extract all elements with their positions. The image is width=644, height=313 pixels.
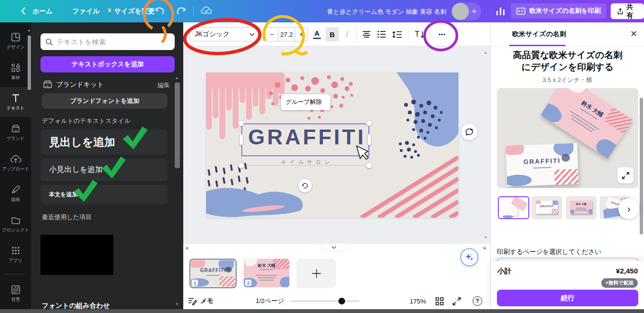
bullet-list-icon: [377, 31, 386, 38]
expand-preview-button[interactable]: [617, 167, 634, 183]
resize-menu[interactable]: サイズを変更: [114, 7, 155, 16]
page2-name: 鈴木 大輔: [244, 263, 289, 269]
toolbar-divider: [430, 29, 430, 40]
print-panel-heading: 高品質な欧米サイズの名刺 にデザインを印刷する: [497, 49, 638, 73]
selection-handle-sw[interactable]: [238, 162, 244, 169]
sidebar-item-elements[interactable]: 素材: [0, 57, 31, 86]
font-family-select[interactable]: JKゴシック: [189, 27, 260, 41]
scroll-down-icon[interactable]: ▼: [484, 236, 487, 240]
add-page-button[interactable]: [297, 259, 336, 288]
share-button[interactable]: 共有: [611, 3, 644, 19]
sidebar-item-design[interactable]: デザイン: [0, 26, 31, 56]
search-icon: [45, 38, 53, 46]
list-button[interactable]: [375, 27, 388, 41]
scroll-left-icon[interactable]: ◀: [185, 246, 188, 250]
page1-number: 1: [192, 280, 198, 286]
page-thumbnail-2[interactable]: 鈴木 大輔 2: [244, 259, 289, 287]
fullscreen-button[interactable]: [453, 293, 461, 309]
add-heading-card[interactable]: 見出しを追加: [40, 130, 168, 155]
font-size-increase[interactable]: +: [295, 28, 307, 41]
grid-view-button[interactable]: [436, 293, 444, 309]
more-options-button[interactable]: •••: [434, 27, 450, 41]
selection-handle-left[interactable]: [239, 134, 243, 145]
recent-item[interactable]: [40, 235, 113, 275]
brand-kit-icon: co.: [42, 80, 53, 89]
sidebar-item-uploads[interactable]: アップロード: [0, 148, 31, 178]
window-bottom-edge: [0, 309, 644, 313]
zoom-slider[interactable]: [290, 301, 359, 302]
canvas-area[interactable]: GRAFFITI ネイルサロン グループ解除 ▲ ▼: [183, 46, 490, 244]
bold-button[interactable]: B: [326, 27, 339, 41]
add-textbox-button[interactable]: テキストボックスを追加: [40, 56, 175, 72]
file-menu[interactable]: ファイル: [72, 7, 99, 16]
avatar[interactable]: [452, 3, 469, 20]
zoom-slider-knob[interactable]: [338, 298, 345, 304]
next-thumbnails-button[interactable]: ›: [618, 198, 639, 219]
avatar-group: +: [452, 2, 481, 20]
continue-button[interactable]: 続行: [497, 290, 638, 306]
ungroup-button[interactable]: グループ解除: [286, 98, 322, 106]
sidebar-item-brand[interactable]: co ブランド: [0, 118, 31, 147]
insights-icon[interactable]: [495, 7, 506, 16]
add-brand-font-button[interactable]: ブランドフォントを追加: [42, 93, 168, 109]
status-divider: [285, 296, 285, 306]
notes-button[interactable]: メモ: [188, 293, 214, 309]
brand-kit-label[interactable]: ブランドキット: [56, 81, 104, 89]
sidebar-item-projects[interactable]: プロジェクト: [0, 209, 31, 239]
print-panel: 欧米サイズの名刺 ✕ 高品質な欧米サイズの名刺 にデザインを印刷する 3.5 x…: [490, 22, 644, 309]
redo-icon[interactable]: [176, 6, 187, 16]
context-toolbar: グループ解除: [281, 94, 330, 110]
rotate-handle[interactable]: [298, 179, 312, 192]
text-color-button[interactable]: A: [311, 27, 323, 41]
search-input[interactable]: [57, 38, 161, 46]
product-thumbnail-3[interactable]: 鈴木 大輔: [566, 196, 596, 219]
italic-button[interactable]: I: [341, 27, 353, 41]
comment-button[interactable]: [461, 124, 477, 140]
selection-handle-nw[interactable]: [238, 120, 244, 126]
font-size-decrease[interactable]: −: [266, 28, 278, 41]
close-icon[interactable]: ✕: [630, 29, 637, 39]
product-thumbnail-1-selected[interactable]: [498, 196, 529, 219]
scroll-up-icon[interactable]: ▲: [484, 51, 487, 55]
undo-icon[interactable]: [154, 6, 165, 16]
design-title[interactable]: 青と赤とクリーム色 モダン 抽象 美容 名刺: [327, 8, 446, 16]
alignment-button[interactable]: [360, 27, 373, 41]
mock-card-front: GRAFFITI: [506, 143, 579, 186]
magic-assistant-button[interactable]: [460, 248, 478, 266]
home-button[interactable]: ホーム: [32, 7, 53, 16]
scroll-up-icon[interactable]: ▲: [175, 76, 179, 80]
scroll-up-icon[interactable]: ▲: [27, 29, 31, 32]
align-center-icon: [362, 31, 371, 38]
scrollbar-thumb[interactable]: [640, 98, 643, 234]
scroll-right-icon[interactable]: ▶: [484, 246, 486, 250]
text-icon: [10, 93, 21, 103]
spacing-button[interactable]: [390, 27, 404, 41]
add-body-card[interactable]: 本文を追加: [40, 185, 168, 204]
vertical-text-button[interactable]: T: [412, 27, 428, 41]
svg-text:co: co: [14, 128, 18, 131]
selection-handle-se[interactable]: [366, 162, 372, 169]
sidebar-item-text[interactable]: テキスト: [0, 87, 31, 117]
font-size-value[interactable]: 27.2: [278, 28, 295, 41]
product-preview-image[interactable]: 鈴木 大輔 GRAFFITI: [497, 88, 638, 188]
brand-kit-edit-link[interactable]: 編集: [158, 81, 170, 90]
scrollbar-thumb[interactable]: [28, 35, 31, 90]
sidebar-item-apps[interactable]: アプリ: [0, 240, 31, 269]
add-member-button[interactable]: +: [472, 7, 476, 16]
selection-handle-ne[interactable]: [366, 120, 372, 126]
help-button[interactable]: ?: [473, 293, 482, 309]
print-business-cards-button[interactable]: 欧米サイズの名刺を印刷: [511, 3, 606, 19]
sidebar-item-background[interactable]: 背景: [0, 279, 31, 308]
notes-icon: [188, 297, 197, 305]
page-thumbnail-1[interactable]: GRAFFITI 1: [189, 259, 237, 288]
selection-handle-right[interactable]: [367, 134, 371, 145]
add-subheading-card[interactable]: 小見出しを追加: [40, 159, 168, 181]
sidebar-item-draw[interactable]: 描画: [0, 179, 31, 208]
scrollbar-thumb[interactable]: [175, 82, 180, 168]
tab-business-cards[interactable]: 欧米サイズの名刺: [512, 30, 566, 39]
back-icon[interactable]: [21, 7, 26, 15]
collapse-strip-tab[interactable]: [320, 244, 347, 252]
scroll-down-icon[interactable]: ▼: [175, 303, 179, 306]
product-thumbnail-2[interactable]: GRAFFITI: [532, 196, 562, 219]
zoom-level[interactable]: 175%: [407, 293, 429, 309]
